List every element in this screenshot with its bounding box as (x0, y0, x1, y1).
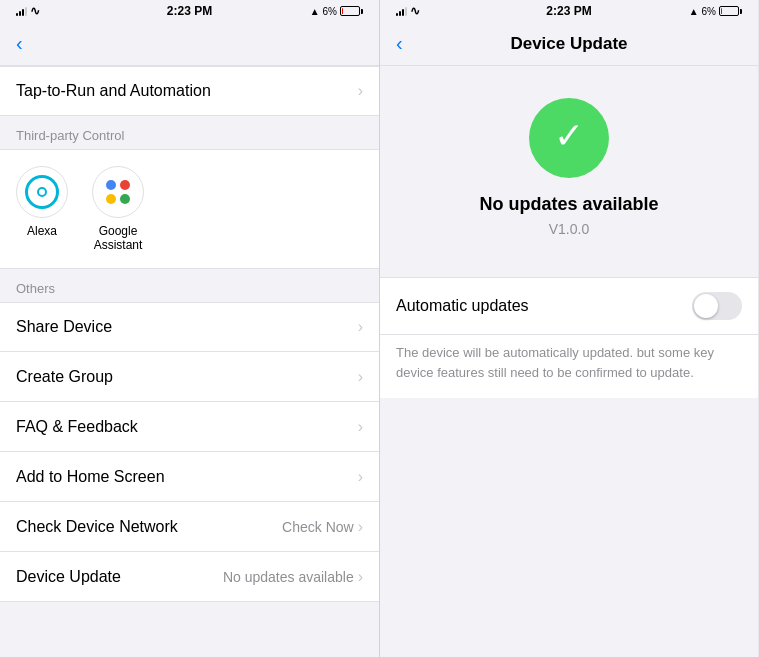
battery-body (340, 6, 360, 16)
battery-icon-left (340, 6, 363, 16)
status-bar-right: ∿ 2:23 PM ▲ 6% (380, 0, 758, 22)
alexa-label: Alexa (27, 224, 57, 238)
back-chevron-icon-right: ‹ (396, 33, 403, 53)
back-button-right[interactable]: ‹ (396, 34, 403, 53)
create-group-right: › (358, 368, 363, 386)
back-chevron-icon: ‹ (16, 33, 23, 53)
others-section: Others Share Device › Create Group › (0, 269, 379, 602)
third-party-icons: Alexa G (16, 162, 363, 256)
others-header: Others (0, 269, 379, 302)
battery-fill (721, 8, 722, 14)
chevron-icon: › (358, 368, 363, 386)
battery-icon-right (719, 6, 742, 16)
add-home-label: Add to Home Screen (16, 468, 165, 486)
chevron-icon: › (358, 418, 363, 436)
location-icon-right: ▲ (689, 6, 699, 17)
faq-right: › (358, 418, 363, 436)
share-device-right: › (358, 318, 363, 336)
auto-update-description: The device will be automatically updated… (380, 335, 758, 398)
dot-green (120, 194, 130, 204)
bar3 (402, 9, 404, 16)
dot-blue (106, 180, 116, 190)
auto-update-toggle[interactable] (692, 292, 742, 320)
checkmark-icon: ✓ (554, 118, 584, 154)
chevron-icon: › (358, 568, 363, 586)
bar4 (25, 7, 27, 16)
chevron-icon: › (358, 318, 363, 336)
chevron-icon: › (358, 468, 363, 486)
battery-percent-left: 6% (323, 6, 337, 17)
nav-title-right: Device Update (510, 34, 627, 54)
signal-area: ∿ (16, 4, 40, 18)
google-assistant-item[interactable]: Google Assistant (92, 166, 144, 252)
alexa-ring (25, 175, 59, 209)
battery-area-right: ▲ 6% (689, 6, 742, 17)
auto-update-section: Automatic updates The device will be aut… (380, 277, 758, 398)
tap-to-run-item[interactable]: Tap-to-Run and Automation › (0, 66, 379, 116)
battery-tip (740, 9, 742, 14)
check-network-item[interactable]: Check Device Network Check Now › (0, 502, 379, 552)
check-circle: ✓ (529, 98, 609, 178)
tap-to-run-label: Tap-to-Run and Automation (16, 82, 211, 100)
time-right: 2:23 PM (546, 4, 591, 18)
chevron-icon: › (358, 82, 363, 100)
battery-percent-right: 6% (702, 6, 716, 17)
dot-yellow (106, 194, 116, 204)
bar3 (22, 9, 24, 16)
bar4 (405, 7, 407, 16)
third-party-header: Third-party Control (0, 116, 379, 149)
third-party-section: Third-party Control Alexa (0, 116, 379, 269)
nav-bar-right: ‹ Device Update (380, 22, 758, 66)
signal-area-right: ∿ (396, 4, 420, 18)
tap-to-run-right: › (358, 82, 363, 100)
chevron-icon: › (358, 518, 363, 536)
nav-bar-left: ‹ (0, 22, 379, 66)
third-party-icons-container: Alexa G (0, 149, 379, 269)
update-version: V1.0.0 (549, 221, 589, 237)
faq-label: FAQ & Feedback (16, 418, 138, 436)
device-update-right: No updates available › (223, 568, 363, 586)
battery-fill (342, 8, 343, 14)
google-label: Google Assistant (94, 224, 143, 252)
back-button-left[interactable]: ‹ (16, 34, 23, 53)
phones-container: ∿ 2:23 PM ▲ 6% ‹ (0, 0, 759, 657)
bar1 (396, 13, 398, 16)
check-network-right: Check Now › (282, 518, 363, 536)
bar2 (19, 11, 21, 16)
battery-area-left: ▲ 6% (310, 6, 363, 17)
signal-icon-right (396, 6, 407, 16)
toggle-knob (694, 294, 718, 318)
battery-body (719, 6, 739, 16)
faq-item[interactable]: FAQ & Feedback › (0, 402, 379, 452)
share-device-label: Share Device (16, 318, 112, 336)
location-icon: ▲ (310, 6, 320, 17)
others-list: Share Device › Create Group › (0, 302, 379, 602)
alexa-icon (16, 166, 68, 218)
check-network-label: Check Device Network (16, 518, 178, 536)
wifi-icon: ∿ (30, 4, 40, 18)
battery-tip (361, 9, 363, 14)
signal-icon (16, 6, 27, 16)
update-status-title: No updates available (479, 194, 658, 215)
google-icon (92, 166, 144, 218)
add-home-right: › (358, 468, 363, 486)
left-phone: ∿ 2:23 PM ▲ 6% ‹ (0, 0, 379, 657)
auto-update-row: Automatic updates (380, 278, 758, 335)
alexa-inner (37, 187, 47, 197)
create-group-item[interactable]: Create Group › (0, 352, 379, 402)
right-content: ✓ No updates available V1.0.0 Automatic … (380, 66, 758, 657)
alexa-item[interactable]: Alexa (16, 166, 68, 252)
device-update-item[interactable]: Device Update No updates available › (0, 552, 379, 602)
add-home-item[interactable]: Add to Home Screen › (0, 452, 379, 502)
left-content: Tap-to-Run and Automation › Third-party … (0, 66, 379, 657)
no-updates-text: No updates available (223, 569, 354, 585)
device-update-label: Device Update (16, 568, 121, 586)
share-device-item[interactable]: Share Device › (0, 302, 379, 352)
right-phone: ∿ 2:23 PM ▲ 6% ‹ Device Update (379, 0, 758, 657)
time-left: 2:23 PM (167, 4, 212, 18)
bar1 (16, 13, 18, 16)
check-now-text: Check Now (282, 519, 354, 535)
create-group-label: Create Group (16, 368, 113, 386)
status-bar-left: ∿ 2:23 PM ▲ 6% (0, 0, 379, 22)
google-dots (104, 178, 132, 206)
